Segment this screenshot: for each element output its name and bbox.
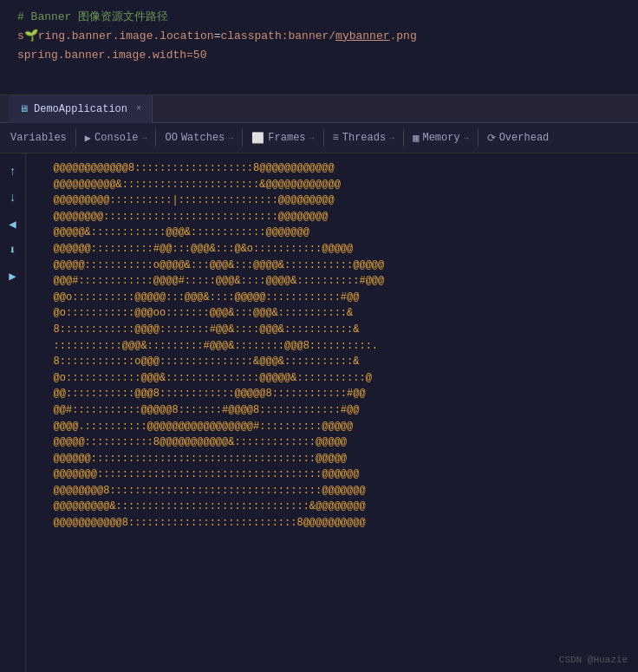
code-comment: # Banner 图像资源文件路径: [17, 9, 621, 27]
variables-label: Variables: [10, 132, 67, 144]
code-key-rest: ring.banner.image.location: [38, 29, 214, 42]
watches-item[interactable]: OO Watches →: [158, 123, 240, 153]
console-line: @@@@@@::::::::::#@@:::@@@&:::@&o::::::::…: [35, 241, 629, 258]
threads-item[interactable]: ≡ Threads →: [326, 123, 402, 153]
variables-item[interactable]: Variables: [3, 123, 74, 153]
console-line: @@@@@:::::::::::o@@@@&:::@@@&:::@@@@&:::…: [35, 258, 629, 274]
memory-icon: ▦: [413, 132, 419, 145]
code-value-underlined: mybanner: [335, 29, 389, 42]
separator-3: [242, 129, 243, 147]
threads-icon: ≡: [333, 132, 339, 144]
console-line: @@@#::::::::::::@@@@#:::::@@@&::::@@@@&:…: [35, 273, 629, 290]
console-line: @@@@@@@@@::::::::::|::::::::::::::::@@@@…: [35, 192, 629, 209]
console-line: @@@@@@::::::::::::::::::::::::::::::::::…: [35, 451, 629, 467]
console-line: 8::::::::::::@@@@::::::::#@@&::::@@@&:::…: [35, 322, 629, 338]
frames-label: Frames: [268, 132, 305, 144]
console-line: @@@@.::::::::::@@@@@@@@@@@@@@@@@#:::::::…: [35, 419, 629, 435]
console-line: :::::::::::@@@&:::::::::#@@@&::::::::@@@…: [35, 338, 629, 355]
code-key-1: s: [17, 29, 24, 42]
toolbar: Variables ▶ Console → OO Watches → ⬜ Fra…: [0, 123, 638, 153]
console-line: @@@@@:::::::::::8@@@@@@@@@@@&:::::::::::…: [35, 434, 629, 451]
console-line: @@@@@@@:::::::::::::::::::::::::::::::::…: [35, 466, 629, 483]
threads-label: Threads: [342, 132, 386, 144]
code-line-1: s🌱ring.banner.image.location=classpath:b…: [17, 27, 621, 46]
side-panel: ↑ ↓ ◀ ⬇ ▶: [0, 153, 26, 672]
separator-4: [323, 129, 324, 147]
threads-arrow: →: [389, 134, 394, 143]
console-line: @@o::::::::::@@@@@:::@@@&::::@@@@@::::::…: [35, 290, 629, 306]
overhead-label: Overhead: [499, 132, 550, 144]
watches-icon: OO: [165, 132, 177, 144]
frames-item[interactable]: ⬜ Frames →: [244, 123, 321, 153]
editor-area: # Banner 图像资源文件路径 s🌱ring.banner.image.lo…: [0, 0, 638, 95]
console-line: @@@@@&::::::::::::@@@&::::::::::::@@@@@@…: [35, 225, 629, 241]
frames-icon: ⬜: [251, 132, 264, 145]
demo-application-tab[interactable]: 🖥 DemoApplication ×: [9, 95, 153, 123]
console-line: @@@@@@@@8:::::::::::::::::::::::::::::::…: [35, 483, 629, 499]
console-line: @@#:::::::::::@@@@@8:::::::#@@@@8:::::::…: [35, 402, 629, 419]
console-line: @@@@@@@@@@@8:::::::::::::::::::::::::::8…: [35, 515, 629, 532]
frames-arrow: →: [309, 134, 315, 143]
side-btn-up[interactable]: ↑: [3, 162, 23, 181]
separator-1: [75, 129, 76, 147]
console-line: @@:::::::::::@@@8::::::::::::@@@@@8:::::…: [35, 386, 629, 402]
overhead-icon: ⟳: [487, 132, 496, 145]
overhead-item[interactable]: ⟳ Overhead: [480, 123, 557, 153]
console-area[interactable]: @@@@@@@@@@@@8:::::::::::::::::::8@@@@@@@…: [26, 153, 638, 672]
console-label: Console: [94, 132, 138, 144]
main-content: ↑ ↓ ◀ ⬇ ▶ @@@@@@@@@@@@8:::::::::::::::::…: [0, 153, 638, 672]
console-item[interactable]: ▶ Console →: [78, 123, 154, 153]
console-line: 8::::::::::::o@@@:::::::::::::::&@@@&:::…: [35, 354, 629, 370]
side-btn-down[interactable]: ↓: [3, 188, 23, 207]
code-value-suffix: .png: [390, 29, 417, 42]
console-line: @@@@@@@@@@&::::::::::::::::::::::&@@@@@@…: [35, 177, 629, 193]
console-line: @@@@@@@@@@@@8:::::::::::::::::::8@@@@@@@…: [35, 160, 629, 177]
console-line: @@@@@@@@@&::::::::::::::::::::::::::::::…: [35, 499, 629, 515]
separator-6: [478, 129, 478, 147]
console-arrow: →: [141, 134, 146, 143]
memory-item[interactable]: ▦ Memory →: [406, 123, 475, 153]
code-value-prefix: classpath:banner/: [220, 29, 335, 42]
separator-5: [403, 129, 404, 147]
side-btn-play[interactable]: ▶: [3, 266, 23, 285]
tab-icon: 🖥: [19, 103, 29, 114]
memory-arrow: →: [464, 134, 469, 143]
side-btn-download[interactable]: ⬇: [3, 240, 23, 259]
tab-label: DemoApplication: [34, 103, 127, 115]
console-icon: ▶: [85, 132, 91, 145]
code-line-2: spring.banner.image.width=50: [17, 46, 621, 65]
watches-label: Watches: [181, 132, 225, 144]
watches-arrow: →: [228, 134, 233, 143]
memory-label: Memory: [422, 132, 459, 144]
console-line: @o:::::::::::@@@oo:::::::@@@&:::@@@&::::…: [35, 305, 629, 322]
tab-bar: 🖥 DemoApplication ×: [0, 95, 638, 123]
console-line: @o::::::::::::@@@&:::::::::::::::@@@@@&:…: [35, 370, 629, 387]
console-line: @@@@@@@@::::::::::::::::::::::::::::@@@@…: [35, 209, 629, 225]
side-btn-left[interactable]: ◀: [3, 214, 23, 233]
code-key-2: spring.banner.image.width=50: [17, 49, 206, 62]
watermark: CSDN @Huazie: [559, 655, 628, 665]
separator-2: [155, 129, 156, 147]
emoji-icon: 🌱: [24, 29, 38, 42]
tab-close-button[interactable]: ×: [136, 104, 141, 114]
